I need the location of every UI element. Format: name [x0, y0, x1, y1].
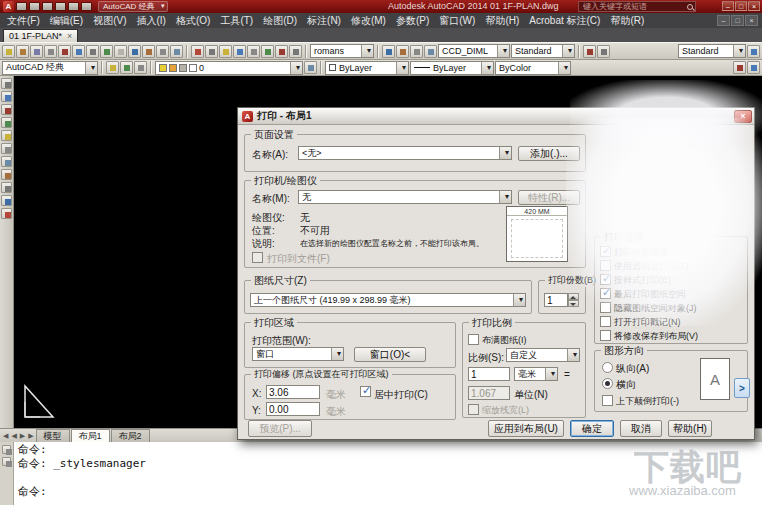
plot-style-control-dropdown[interactable]: ByColor	[495, 61, 571, 75]
plot-lineweights-checkbox[interactable]	[600, 246, 611, 257]
cancel-button[interactable]: 取消	[620, 420, 662, 437]
color-control-dropdown[interactable]: ByLayer	[325, 61, 409, 75]
toolbar-icon[interactable]	[219, 45, 232, 58]
paper-size-dropdown[interactable]: 上一个图纸尺寸 (419.99 x 298.99 毫米)	[250, 293, 526, 307]
upside-down-checkbox[interactable]	[602, 395, 613, 406]
table-style-dropdown[interactable]: Standard	[511, 44, 575, 58]
doc-minimize-button[interactable]	[717, 15, 730, 26]
toolbar-icon[interactable]	[170, 45, 183, 58]
menu-extra[interactable]: 帮助(R)	[605, 13, 649, 28]
minimize-button[interactable]	[722, 1, 734, 11]
toolbar-icon[interactable]	[304, 61, 317, 74]
more-options-button[interactable]: >	[734, 378, 750, 398]
page-setup-name-dropdown[interactable]: <无>	[298, 146, 512, 160]
help-button[interactable]: 帮助(H)	[668, 420, 712, 437]
toolbar-icon[interactable]	[733, 61, 746, 74]
printer-name-dropdown[interactable]: 无	[298, 190, 512, 204]
plot-range-dropdown[interactable]: 窗口	[252, 347, 344, 361]
workspace-switcher[interactable]: AutoCAD 经典	[98, 1, 168, 12]
autocad-logo-icon[interactable]	[3, 1, 14, 12]
text-style-dropdown[interactable]: romans	[310, 44, 374, 58]
toolbar-icon[interactable]	[16, 45, 29, 58]
copies-input[interactable]	[544, 293, 568, 307]
tab-prev-icon[interactable]: ◀	[10, 429, 17, 442]
tab-model[interactable]: 模型	[36, 429, 70, 442]
add-page-setup-button[interactable]: 添加(.)...	[518, 146, 580, 161]
toolbar-icon[interactable]	[382, 45, 395, 58]
toolbar-icon[interactable]	[134, 61, 147, 74]
doc-restore-button[interactable]	[731, 15, 744, 26]
qat-save-icon[interactable]	[42, 2, 53, 11]
menu-edit[interactable]: 编辑(E)	[45, 13, 88, 28]
toolbar-icon[interactable]	[1, 130, 12, 141]
tab-close-icon[interactable]	[67, 32, 72, 41]
toolbar-icon[interactable]	[114, 45, 127, 58]
plot-with-styles-checkbox[interactable]	[600, 274, 611, 285]
qat-redo-icon[interactable]	[81, 2, 92, 11]
toolbar-icon[interactable]	[1, 156, 12, 167]
paperspace-last-checkbox[interactable]	[600, 288, 611, 299]
save-changes-checkbox[interactable]	[600, 330, 611, 341]
help-search-input[interactable]	[581, 1, 685, 12]
toolbar-icon[interactable]	[205, 45, 218, 58]
mleader-style-dropdown[interactable]: Standard	[678, 44, 746, 58]
scale-numerator-input[interactable]	[468, 367, 510, 381]
toolbar-icon[interactable]	[247, 45, 260, 58]
maximize-button[interactable]	[735, 1, 747, 11]
scale-units-input[interactable]	[468, 386, 510, 400]
plot-transparency-checkbox[interactable]	[600, 260, 611, 271]
ok-button[interactable]: 确定	[570, 420, 614, 437]
toolbar-icon[interactable]	[424, 45, 437, 58]
doc-close-button[interactable]	[745, 15, 758, 26]
menu-draw[interactable]: 绘图(D)	[258, 13, 302, 28]
hide-paperspace-checkbox[interactable]	[600, 302, 611, 313]
menu-insert[interactable]: 插入(I)	[131, 13, 170, 28]
preview-button[interactable]: 预览(P)...	[248, 420, 312, 437]
printer-properties-button[interactable]: 特性(R)...	[518, 190, 580, 205]
scale-lineweights-checkbox[interactable]	[468, 404, 479, 415]
toolbar-icon[interactable]	[1, 91, 12, 102]
toolbar-icon[interactable]	[583, 45, 596, 58]
toolbar-icon[interactable]	[1, 104, 12, 115]
toolbar-icon[interactable]	[1, 169, 12, 180]
toolbar-icon[interactable]	[1, 195, 12, 206]
command-window-icon[interactable]	[2, 457, 11, 466]
menu-acrobat[interactable]: Acrobat 标注(C)	[524, 13, 605, 28]
tab-last-icon[interactable]: ▶	[27, 429, 34, 442]
workspace-dropdown[interactable]: AutoCAD 经典	[2, 61, 98, 75]
help-search[interactable]	[578, 1, 696, 12]
menu-window[interactable]: 窗口(W)	[434, 13, 480, 28]
toolbar-icon[interactable]	[191, 45, 204, 58]
qat-plot-icon[interactable]	[55, 2, 66, 11]
toolbar-icon[interactable]	[1, 78, 12, 89]
copies-stepper[interactable]	[568, 293, 579, 307]
qat-undo-icon[interactable]	[68, 2, 79, 11]
toolbar-icon[interactable]	[747, 61, 760, 74]
toolbar-icon[interactable]	[120, 61, 133, 74]
plot-dialog-close-icon[interactable]	[734, 110, 752, 123]
dim-style-dropdown[interactable]: CCD_DIML	[438, 44, 510, 58]
toolbar-icon[interactable]	[289, 45, 302, 58]
toolbar-icon[interactable]	[410, 45, 423, 58]
menu-view[interactable]: 视图(V)	[88, 13, 131, 28]
menu-tools[interactable]: 工具(T)	[215, 13, 258, 28]
tab-layout1[interactable]: 布局1	[71, 429, 110, 442]
toolbar-icon[interactable]	[1, 117, 12, 128]
tab-first-icon[interactable]: ◀	[2, 429, 9, 442]
toolbar-icon[interactable]	[1, 143, 12, 154]
toolbar-icon[interactable]	[58, 45, 71, 58]
toolbar-icon[interactable]	[30, 45, 43, 58]
fit-to-paper-checkbox[interactable]	[468, 334, 479, 345]
toolbar-icon[interactable]	[100, 45, 113, 58]
toolbar-icon[interactable]	[44, 45, 57, 58]
toolbar-icon[interactable]	[156, 45, 169, 58]
toolbar-icon[interactable]	[106, 61, 119, 74]
scale-unit-dropdown[interactable]: 毫米	[514, 367, 558, 381]
close-button[interactable]	[748, 1, 760, 11]
linetype-control-dropdown[interactable]: ByLayer	[410, 61, 494, 75]
drawing-tab[interactable]: 01 1F-PLAN*	[3, 29, 78, 42]
center-plot-checkbox[interactable]	[360, 386, 371, 397]
offset-y-input[interactable]	[266, 402, 320, 416]
toolbar-icon[interactable]	[86, 45, 99, 58]
toolbar-icon[interactable]	[142, 45, 155, 58]
